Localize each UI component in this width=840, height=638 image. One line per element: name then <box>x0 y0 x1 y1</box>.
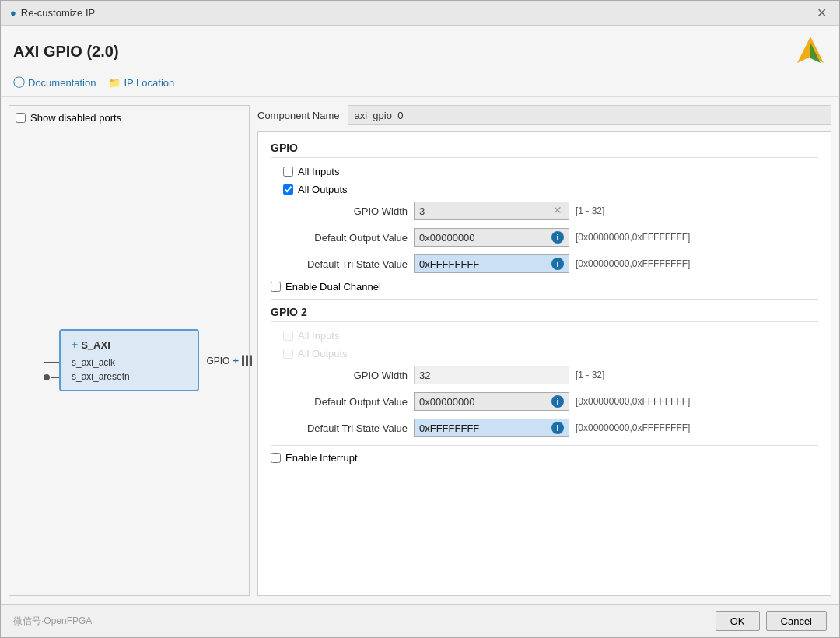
ip-location-link[interactable]: 📁 IP Location <box>108 77 174 89</box>
gpio2-default-tristate-value: 0xFFFFFFFF <box>419 422 479 434</box>
app-title-row: AXI GPIO (2.0) <box>13 35 827 68</box>
s-axi-label: S_AXI <box>81 339 110 351</box>
all-inputs-label: All Inputs <box>298 166 339 177</box>
app-icon: ● <box>10 7 16 19</box>
gpio-bar-1 <box>242 355 244 366</box>
default-output-value: 0x00000000 <box>419 232 475 244</box>
gpio2-default-output-value: 0x00000000 <box>419 396 475 408</box>
config-panel: GPIO All Inputs All Outputs GPIO Width 3… <box>257 131 831 596</box>
default-tristate-info-icon[interactable]: i <box>551 258 564 270</box>
aresetn-dot <box>44 374 50 380</box>
header-area: AXI GPIO (2.0) ⓘ Documentation 📁 IP Loca… <box>1 26 839 97</box>
title-bar-left: ● Re-customize IP <box>10 7 95 19</box>
port-line-aclk <box>44 362 59 363</box>
gpio2-default-tristate-info-icon[interactable]: i <box>551 422 564 434</box>
default-tristate-label: Default Tri State Value <box>283 258 408 270</box>
default-tristate-input: 0xFFFFFFFF i <box>414 254 569 273</box>
gpio2-all-inputs-checkbox <box>283 331 293 341</box>
gpio2-all-inputs-row: All Inputs <box>271 330 818 342</box>
gpio-width-range: [1 - 32] <box>576 205 604 216</box>
dialog: ● Re-customize IP ✕ AXI GPIO (2.0) ⓘ Doc… <box>0 0 840 638</box>
watermark-text: 微信号·OpenFPGA <box>13 615 709 628</box>
port-row-aclk: s_axi_aclk <box>72 357 187 368</box>
default-output-row: Default Output Value 0x00000000 i [0x000… <box>271 228 818 247</box>
gpio-plus-icon: + <box>233 355 239 366</box>
enable-interrupt-row: Enable Interrupt <box>271 452 818 464</box>
diagram-box-title: + S_AXI <box>72 338 187 351</box>
default-tristate-range: [0x00000000,0xFFFFFFFF] <box>576 258 690 269</box>
gpio2-default-output-range: [0x00000000,0xFFFFFFFF] <box>576 396 690 407</box>
default-output-input: 0x00000000 i <box>414 228 569 247</box>
gpio-bar-2 <box>246 355 248 366</box>
gpio2-default-output-info-icon[interactable]: i <box>551 395 564 408</box>
gpio-bar-3 <box>250 355 252 366</box>
default-output-info-icon[interactable]: i <box>551 231 564 244</box>
diagram-wrapper: + S_AXI s_axi_aclk s_axi_aresetn <box>59 329 199 391</box>
ok-button[interactable]: OK <box>716 611 760 631</box>
gpio2-default-tristate-row: Default Tri State Value 0xFFFFFFFF i [0x… <box>271 419 818 437</box>
left-ports <box>44 359 61 380</box>
gpio2-all-outputs-checkbox <box>283 349 293 359</box>
all-outputs-label: All Outputs <box>298 184 348 195</box>
port-line-aresetn <box>44 374 61 380</box>
vivado-logo <box>794 35 827 68</box>
gpio-width-value: 3 <box>419 205 425 217</box>
all-inputs-row: All Inputs <box>271 166 818 177</box>
gpio-outside-label: GPIO + <box>206 355 252 366</box>
gpio2-all-outputs-label: All Outputs <box>298 348 348 359</box>
gpio-width-row: GPIO Width 3 ✕ [1 - 32] <box>271 202 818 220</box>
gpio2-all-outputs-row: All Outputs <box>271 348 818 359</box>
default-tristate-row: Default Tri State Value 0xFFFFFFFF i [0x… <box>271 254 818 273</box>
enable-dual-row: Enable Dual Channel <box>271 281 818 293</box>
gpio-text-outside: GPIO <box>206 355 229 366</box>
info-nav-icon: ⓘ <box>13 75 25 90</box>
gpio-bars <box>242 355 252 366</box>
gpio2-width-row: GPIO Width 32 [1 - 32] <box>271 366 818 384</box>
right-panel: Component Name GPIO All Inputs All Outpu… <box>257 105 831 596</box>
enable-interrupt-label: Enable Interrupt <box>285 452 358 464</box>
default-output-label: Default Output Value <box>283 232 408 244</box>
gpio2-width-input-wrapper: 32 <box>414 366 569 384</box>
component-diagram: + S_AXI s_axi_aclk s_axi_aresetn <box>16 131 243 589</box>
section-divider <box>271 299 818 300</box>
app-title-text: AXI GPIO (2.0) <box>13 43 119 61</box>
gpio2-default-output-input: 0x00000000 i <box>414 392 569 411</box>
enable-interrupt-checkbox[interactable] <box>271 453 281 463</box>
gpio2-section-title: GPIO 2 <box>271 306 818 322</box>
aresetn-label: s_axi_aresetn <box>72 371 130 382</box>
gpio2-width-range: [1 - 32] <box>576 370 604 380</box>
default-tristate-value: 0xFFFFFFFF <box>419 258 479 270</box>
show-disabled-ports-checkbox[interactable] <box>16 113 26 123</box>
enable-dual-checkbox[interactable] <box>271 282 281 292</box>
main-content: Show disabled ports + <box>1 97 839 604</box>
gpio-width-input-wrapper: 3 ✕ <box>414 202 569 220</box>
gpio2-all-inputs-label: All Inputs <box>298 330 339 342</box>
cancel-button[interactable]: Cancel <box>766 611 827 631</box>
dialog-title: Re-customize IP <box>21 7 95 19</box>
diagram-ports: s_axi_aclk s_axi_aresetn <box>72 357 187 382</box>
all-inputs-checkbox[interactable] <box>283 167 293 177</box>
enable-dual-label: Enable Dual Channel <box>285 281 381 293</box>
show-disabled-ports-label: Show disabled ports <box>30 112 121 124</box>
default-output-range: [0x00000000,0xFFFFFFFF] <box>576 232 690 243</box>
title-bar: ● Re-customize IP ✕ <box>1 1 839 26</box>
gpio-section-title: GPIO <box>271 142 818 158</box>
gpio-width-clear-icon[interactable]: ✕ <box>553 205 565 217</box>
gpio-width-label: GPIO Width <box>283 205 408 217</box>
plus-icon: + <box>72 338 78 351</box>
show-disabled-ports-row: Show disabled ports <box>16 112 243 124</box>
gpio2-default-output-row: Default Output Value 0x00000000 i [0x000… <box>271 392 818 411</box>
all-outputs-row: All Outputs <box>271 184 818 195</box>
gpio2-default-tristate-label: Default Tri State Value <box>283 422 408 434</box>
aclk-label: s_axi_aclk <box>72 357 115 368</box>
documentation-link[interactable]: ⓘ Documentation <box>13 75 96 90</box>
component-name-input[interactable] <box>348 105 832 125</box>
section-divider-2 <box>271 445 818 446</box>
gpio2-default-tristate-input: 0xFFFFFFFF i <box>414 419 569 437</box>
gpio2-width-label: GPIO Width <box>283 370 408 381</box>
all-outputs-checkbox[interactable] <box>283 184 293 195</box>
port-row-aresetn: s_axi_aresetn <box>72 371 187 382</box>
close-button[interactable]: ✕ <box>814 7 830 19</box>
component-name-label: Component Name <box>257 110 340 121</box>
gpio2-default-tristate-range: [0x00000000,0xFFFFFFFF] <box>576 422 690 433</box>
